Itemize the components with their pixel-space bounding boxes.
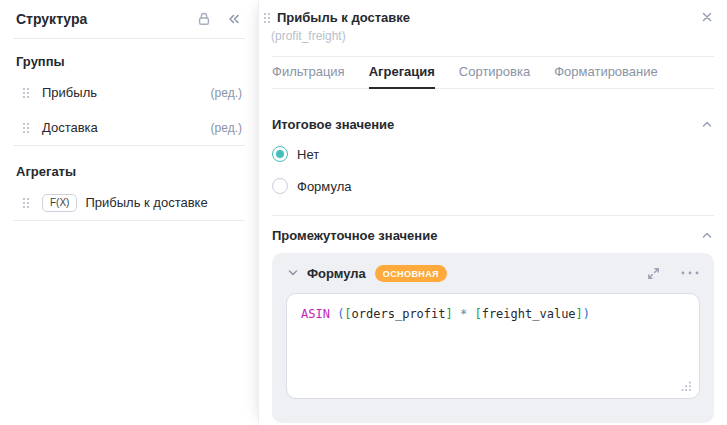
panel-subtitle: (profit_freight): [271, 29, 714, 43]
chevron-up-icon[interactable]: [700, 117, 714, 131]
tab-sorting[interactable]: Сортировка: [459, 64, 530, 88]
total-value-section: Итоговое значение Нет Формула: [259, 89, 727, 202]
intermediate-value-heading: Промежуточное значение: [272, 228, 437, 243]
panel-header: Прибыль к доставке (profit_freight): [259, 0, 727, 56]
group-item-freight[interactable]: Доставка (ред.): [0, 110, 258, 145]
tab-filtering[interactable]: Фильтрация: [272, 64, 345, 88]
ellipsis-menu-icon[interactable]: [680, 266, 700, 280]
group-label: Доставка: [42, 120, 98, 135]
lock-icon[interactable]: [196, 11, 212, 27]
chevron-up-icon[interactable]: [700, 228, 714, 242]
main-badge: ОСНОВНАЯ: [375, 265, 447, 282]
radio-option-formula[interactable]: Формула: [272, 170, 714, 202]
formula-card: Формула ОСНОВНАЯ ASIN ([orders_profit] *…: [272, 253, 714, 423]
tab-formatting[interactable]: Форматирование: [554, 64, 658, 88]
formula-fx-badge: F(X): [42, 194, 77, 212]
drag-handle-icon[interactable]: [22, 87, 30, 99]
divider: [13, 220, 245, 221]
radio-icon: [272, 146, 288, 162]
tab-aggregation[interactable]: Агрегация: [369, 64, 435, 88]
drag-handle-icon[interactable]: [22, 122, 30, 134]
collapse-sidebar-icon[interactable]: [226, 11, 242, 27]
edit-group-link[interactable]: (ред.): [211, 86, 242, 100]
edit-group-link[interactable]: (ред.): [211, 121, 242, 135]
aggregates-heading: Агрегаты: [16, 158, 242, 185]
drag-handle-icon[interactable]: [22, 197, 30, 209]
close-icon[interactable]: [700, 10, 714, 24]
panel-title: Прибыль к доставке: [277, 10, 410, 25]
aggregate-item[interactable]: F(X) Прибыль к доставке: [0, 185, 258, 220]
chevron-down-icon[interactable]: [286, 266, 300, 280]
radio-option-none[interactable]: Нет: [272, 138, 714, 170]
sidebar-header: Структура: [0, 0, 258, 38]
divider: [13, 145, 245, 146]
total-value-heading: Итоговое значение: [272, 117, 394, 132]
settings-tabs: Фильтрация Агрегация Сортировка Форматир…: [272, 57, 714, 89]
radio-icon: [272, 178, 288, 194]
intermediate-value-section: Промежуточное значение Формула ОСНОВНАЯ: [259, 216, 727, 423]
formula-card-header: Формула ОСНОВНАЯ: [286, 262, 700, 284]
group-label: Прибыль: [42, 85, 97, 100]
structure-sidebar: Структура Группы Прибыль (ред.): [0, 0, 258, 425]
groups-heading: Группы: [16, 48, 242, 75]
formula-card-title: Формула: [307, 266, 366, 281]
formula-editor[interactable]: ASIN ([orders_profit] * [freight_value]): [286, 293, 700, 399]
resize-grip-icon[interactable]: [681, 381, 692, 392]
formula-code: ASIN ([orders_profit] * [freight_value]): [301, 307, 685, 322]
group-item-profit[interactable]: Прибыль (ред.): [0, 75, 258, 110]
expand-icon[interactable]: [646, 266, 661, 281]
sidebar-title: Структура: [16, 11, 87, 27]
drag-handle-icon[interactable]: [263, 12, 271, 24]
aggregate-label: Прибыль к доставке: [85, 195, 207, 210]
divider: [13, 38, 245, 39]
field-settings-panel: Прибыль к доставке (profit_freight) Филь…: [258, 0, 727, 425]
